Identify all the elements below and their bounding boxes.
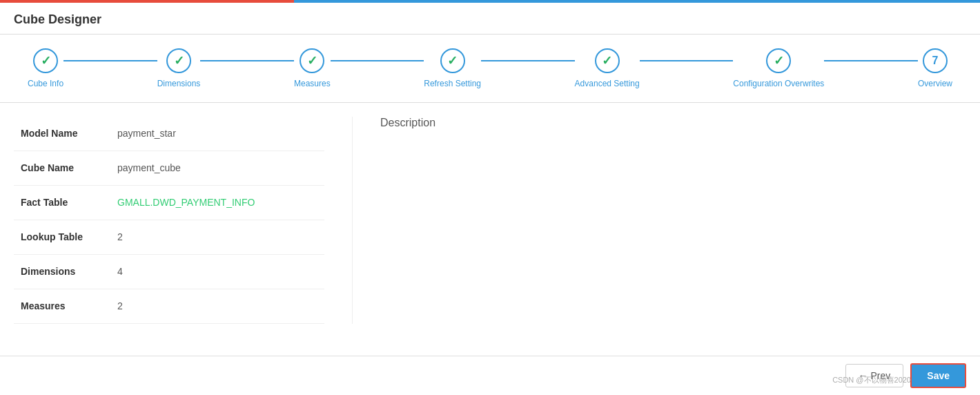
description-area: Description [352, 117, 966, 324]
step-circle-1: ✓ [33, 48, 58, 73]
step-circle-6: ✓ [766, 48, 791, 73]
info-table-row: Measures2 [14, 289, 324, 323]
step-label-5: Advanced Setting [575, 79, 640, 88]
step-3[interactable]: ✓Measures [294, 48, 331, 88]
step-label-2: Dimensions [157, 79, 201, 88]
content-area: Model Namepayment_starCube Namepayment_c… [0, 103, 980, 338]
info-table-row: Cube Namepayment_cube [14, 151, 324, 185]
step-line-1 [63, 60, 157, 61]
step-circle-7: 7 [923, 48, 948, 73]
step-label-3: Measures [294, 79, 331, 88]
info-label-5: Measures [14, 289, 110, 323]
info-table: Model Namepayment_starCube Namepayment_c… [14, 117, 324, 324]
info-table-row: Lookup Table2 [14, 220, 324, 254]
info-table-row: Model Namepayment_star [14, 117, 324, 151]
step-6[interactable]: ✓Configuration Overwrites [733, 48, 824, 88]
step-4[interactable]: ✓Refresh Setting [424, 48, 481, 88]
step-1[interactable]: ✓Cube Info [28, 48, 63, 88]
info-label-3: Lookup Table [14, 220, 110, 254]
step-line-6 [824, 60, 918, 61]
step-line-2 [200, 60, 294, 61]
page-title: Cube Designer [0, 3, 980, 35]
step-circle-2: ✓ [166, 48, 191, 73]
step-circle-5: ✓ [595, 48, 620, 73]
stepper: ✓Cube Info✓Dimensions✓Measures✓Refresh S… [0, 35, 980, 103]
step-circle-4: ✓ [440, 48, 465, 73]
info-label-4: Dimensions [14, 254, 110, 289]
info-label-0: Model Name [14, 117, 110, 151]
step-line-3 [331, 60, 424, 61]
step-5[interactable]: ✓Advanced Setting [575, 48, 640, 88]
step-7[interactable]: 7Overview [918, 48, 952, 88]
info-table-row: Fact TableGMALL.DWD_PAYMENT_INFO [14, 185, 324, 220]
step-label-1: Cube Info [28, 79, 63, 88]
step-label-7: Overview [918, 79, 952, 88]
info-value-3: 2 [110, 220, 324, 254]
info-table-row: Dimensions4 [14, 254, 324, 289]
info-value-5: 2 [110, 289, 324, 323]
step-label-4: Refresh Setting [424, 79, 481, 88]
description-title: Description [380, 117, 966, 129]
info-value-1: payment_cube [110, 151, 324, 185]
info-value-0: payment_star [110, 117, 324, 151]
info-value-4: 4 [110, 254, 324, 289]
step-2[interactable]: ✓Dimensions [157, 48, 201, 88]
step-circle-3: ✓ [300, 48, 324, 73]
info-label-1: Cube Name [14, 151, 110, 185]
step-label-6: Configuration Overwrites [733, 79, 824, 88]
step-line-4 [481, 60, 575, 61]
info-label-2: Fact Table [14, 185, 110, 220]
step-line-5 [640, 60, 734, 61]
info-value-2: GMALL.DWD_PAYMENT_INFO [110, 185, 324, 220]
